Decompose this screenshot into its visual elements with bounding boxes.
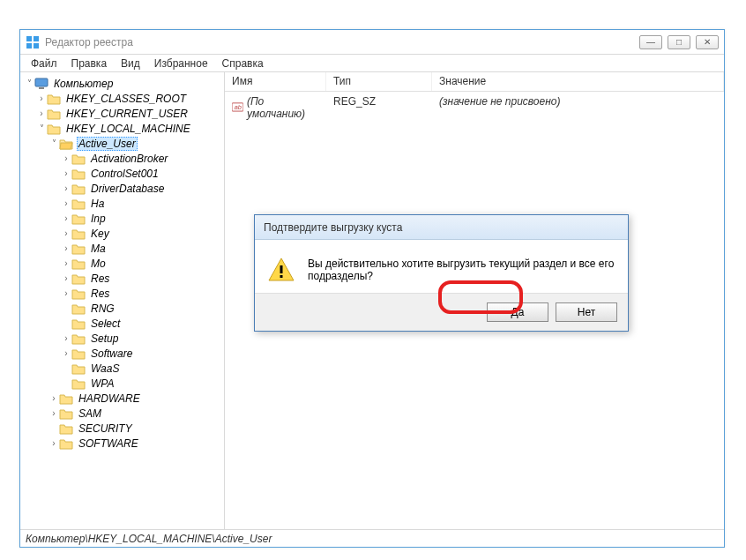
chevron-down-icon[interactable]: ˅ [48,138,59,149]
folder-icon [47,123,61,135]
col-type[interactable]: Тип [326,72,432,91]
chevron-right-icon[interactable]: › [61,288,71,299]
tree-item[interactable]: ›Ma [61,241,222,256]
svg-rect-1 [34,36,39,41]
cell-name: ab (По умолчанию) [225,93,326,122]
tree-item[interactable]: ›SOFTWARE [48,436,222,451]
cell-type: REG_SZ [326,93,432,122]
maximize-button[interactable]: □ [668,35,690,49]
yes-button[interactable]: Да [487,302,548,322]
folder-icon [71,347,86,360]
menu-help[interactable]: Справка [215,56,271,71]
tree-item[interactable]: ›WaaS [61,361,222,376]
dialog-message: Вы действительно хотите выгрузить текущи… [308,256,615,282]
cell-value: (значение не присвоено) [432,93,724,122]
chevron-right-icon[interactable]: › [36,93,47,104]
string-value-icon: ab [232,101,243,114]
svg-rect-3 [34,43,39,49]
tree-item[interactable]: ›Software [61,346,222,361]
menubar: Файл Правка Вид Избранное Справка [20,55,724,72]
col-name[interactable]: Имя [225,72,326,91]
chevron-right-icon[interactable]: › [61,228,71,239]
tree-item[interactable]: ›Mo [61,256,222,271]
chevron-right-icon[interactable]: › [48,438,59,449]
chevron-right-icon[interactable]: › [48,408,59,419]
chevron-right-icon[interactable]: › [48,393,59,404]
list-row[interactable]: ab (По умолчанию) REG_SZ (значение не пр… [225,92,724,123]
tree-item[interactable]: ›SAM [48,406,222,421]
titlebar: Редактор реестра — □ ✕ [20,30,724,55]
app-icon [26,35,40,49]
tree-item[interactable]: ›ActivationBroker [61,151,222,166]
registry-tree[interactable]: ˅ Компьютер ›HKEY_CLASSES_ROOT ›HKEY_CUR… [20,72,225,529]
folder-icon [59,437,73,450]
tree-item[interactable]: ›RNG [61,301,222,316]
tree-item[interactable]: ›Res [61,271,222,286]
chevron-right-icon[interactable]: › [61,348,71,359]
dialog-body: Вы действительно хотите выгрузить текущи… [255,240,628,294]
folder-icon [71,198,86,210]
folder-icon [71,362,86,375]
tree-item[interactable]: ›HKEY_CLASSES_ROOT [36,91,222,106]
tree-item[interactable]: ›Res [61,286,222,301]
chevron-right-icon[interactable]: › [61,333,71,344]
tree-item-selected[interactable]: ˅Active_User [48,136,222,151]
menu-file[interactable]: Файл [24,56,64,71]
chevron-down-icon[interactable]: ˅ [36,123,47,134]
chevron-right-icon[interactable]: › [61,153,71,164]
folder-icon [71,258,86,270]
window-title: Редактор реестра [45,36,639,49]
tree-item[interactable]: ›SECURITY [48,421,222,436]
tree-item[interactable]: ›Inp [61,211,222,226]
chevron-right-icon[interactable]: › [61,258,71,269]
chevron-down-icon[interactable]: ˅ [24,78,34,89]
folder-icon [71,317,86,330]
tree-item[interactable]: ›HARDWARE [48,391,222,406]
folder-icon [71,243,86,255]
chevron-right-icon[interactable]: › [61,273,71,284]
tree-root[interactable]: ˅ Компьютер [24,76,222,91]
svg-rect-9 [280,275,283,278]
folder-icon [71,273,86,285]
menu-favorites[interactable]: Избранное [147,56,215,71]
list-header: Имя Тип Значение [225,72,724,92]
folder-icon [71,153,86,165]
col-value[interactable]: Значение [432,72,724,91]
chevron-right-icon[interactable]: › [61,168,71,179]
folder-open-icon [59,138,73,150]
tree-item[interactable]: ˅HKEY_LOCAL_MACHINE [36,121,222,136]
folder-icon [71,168,86,180]
dialog-buttons: Да Нет [255,294,628,331]
folder-icon [71,287,86,300]
tree-item[interactable]: ›Setup [61,331,222,346]
tree-item[interactable]: ›Select [61,316,222,331]
svg-rect-2 [26,43,32,49]
svg-rect-8 [280,265,283,273]
chevron-right-icon[interactable]: › [61,243,71,254]
chevron-right-icon[interactable]: › [36,108,47,119]
folder-icon [71,332,86,345]
tree-item[interactable]: ›ControlSet001 [61,166,222,181]
tree-item[interactable]: ›Ha [61,196,222,211]
tree-item[interactable]: ›WPA [61,376,222,391]
menu-view[interactable]: Вид [114,56,147,71]
menu-edit[interactable]: Правка [64,56,115,71]
svg-rect-0 [26,36,32,41]
folder-icon [59,407,73,420]
minimize-button[interactable]: — [639,35,662,49]
confirm-dialog: Подтвердите выгрузку куста Вы действител… [254,214,629,332]
svg-text:ab: ab [235,103,242,111]
tree-item[interactable]: ›DriverDatabase [61,181,222,196]
folder-icon [71,377,86,390]
tree-item[interactable]: ›Key [61,226,222,241]
folder-icon [59,422,73,435]
chevron-right-icon[interactable]: › [61,213,71,224]
chevron-right-icon[interactable]: › [61,183,71,194]
folder-icon [47,93,61,105]
chevron-right-icon[interactable]: › [61,198,71,209]
folder-icon [71,228,86,240]
tree-item[interactable]: ›HKEY_CURRENT_USER [36,106,222,121]
close-button[interactable]: ✕ [696,35,719,49]
folder-icon [71,183,86,195]
no-button[interactable]: Нет [556,302,617,322]
